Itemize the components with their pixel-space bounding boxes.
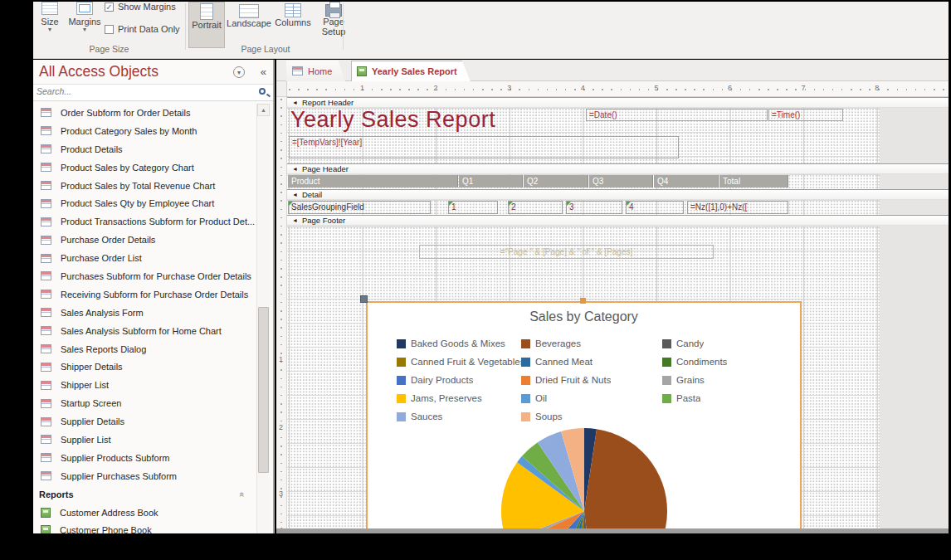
error-marker-icon: [627, 202, 631, 206]
collapse-group-icon[interactable]: «: [237, 492, 247, 497]
nav-item-label: Product Sales by Total Revenue Chart: [61, 181, 215, 191]
portrait-button[interactable]: Portrait: [188, 2, 225, 48]
ruler-number: 3: [279, 489, 283, 498]
legend-label: Pasta: [676, 393, 700, 403]
nav-item-label: Sales Reports Dialog: [61, 344, 146, 354]
chart-move-handle[interactable]: [360, 295, 368, 303]
scroll-thumb[interactable]: [258, 307, 269, 473]
margins-button[interactable]: Margins ▾: [66, 2, 103, 33]
show-margins-checkbox[interactable]: ✓ Show Margins: [105, 2, 176, 12]
nav-item-label: Shipper Details: [61, 362, 123, 372]
legend-label: Jams, Preserves: [411, 393, 482, 403]
page-setup-button[interactable]: Page Setup: [315, 2, 352, 48]
detail-field-q4[interactable]: 4: [626, 201, 684, 214]
legend-label: Beverages: [535, 338, 581, 348]
column-header-product[interactable]: Product: [288, 175, 458, 187]
print-data-only-label: Print Data Only: [118, 24, 180, 34]
access-design-view-screen: Size ▾ Margins ▾ ✓ Show Margins Print Da…: [0, 0, 951, 560]
landscape-label: Landscape: [227, 18, 271, 28]
form-icon: [41, 236, 51, 245]
nav-item-label: Customer Phone Book: [60, 525, 152, 533]
nav-group-reports[interactable]: Reports«: [33, 485, 273, 504]
detail-field-q1[interactable]: 1: [448, 201, 498, 214]
column-header-q1[interactable]: Q1: [459, 175, 523, 187]
time-textbox[interactable]: =Time(): [768, 109, 843, 121]
nav-item-form[interactable]: Sales Analysis Form: [33, 304, 273, 322]
section-bar-page-header[interactable]: ◄ Page Header: [287, 163, 949, 174]
nav-item-form[interactable]: Startup Screen: [33, 394, 273, 412]
nav-item-form[interactable]: Supplier Details: [33, 412, 273, 431]
nav-item-form[interactable]: Receiving Subform for Purchase Order Det…: [33, 285, 273, 304]
report-title-textbox[interactable]: Yearly Sales Report: [290, 107, 495, 133]
tempvars-year-textbox[interactable]: =[TempVars]![Year]: [289, 136, 679, 158]
checkbox-checked-icon: ✓: [105, 2, 114, 12]
page-header-band: ProductQ1Q2Q3Q4Total: [287, 174, 880, 189]
nav-item-form[interactable]: Product Details: [33, 140, 273, 158]
nav-item-form[interactable]: Supplier Purchases Subform: [33, 467, 273, 485]
detail-field-q3[interactable]: 3: [566, 201, 622, 214]
detail-field-grouping[interactable]: SalesGroupingField: [288, 201, 431, 214]
nav-item-label: Product Category Sales by Month: [61, 126, 197, 136]
landscape-button[interactable]: Landscape: [227, 2, 271, 48]
nav-item-form[interactable]: Shipper Details: [33, 358, 273, 376]
scroll-up-icon[interactable]: ▲: [257, 104, 270, 116]
nav-item-form[interactable]: Supplier Products Subform: [33, 449, 273, 467]
nav-list: Order Subform for Order DetailsProduct C…: [33, 104, 273, 533]
margins-icon: [76, 2, 93, 15]
nav-item-form[interactable]: Purchases Subform for Purchase Order Det…: [33, 267, 273, 285]
detail-field-total[interactable]: =Nz([1],0)+Nz([: [687, 201, 788, 214]
legend-item: Pasta: [662, 389, 788, 407]
legend-swatch: [521, 394, 530, 403]
shutter-bar-collapse-icon[interactable]: «: [261, 66, 266, 78]
form-icon: [41, 181, 51, 190]
form-icon: [292, 66, 303, 75]
chart-object[interactable]: Sales by Category Baked Goods & MixesBev…: [366, 301, 802, 533]
legend-label: Canned Meat: [535, 357, 593, 367]
page-number-textbox[interactable]: ="Page " & [Page] & " of " & [Pages]: [419, 245, 714, 259]
nav-item-form[interactable]: Shipper List: [33, 376, 273, 394]
nav-menu-chevron-icon[interactable]: ▾: [233, 66, 245, 78]
ruler-number: 2: [279, 423, 283, 431]
print-data-only-checkbox[interactable]: Print Data Only: [105, 24, 180, 34]
nav-item-form[interactable]: Product Sales by Category Chart: [33, 158, 273, 177]
column-header-q3[interactable]: Q3: [589, 175, 653, 187]
column-header-q2[interactable]: Q2: [524, 175, 588, 187]
nav-item-form[interactable]: Product Category Sales by Month: [33, 122, 273, 140]
legend-swatch: [397, 358, 406, 367]
nav-item-label: Startup Screen: [61, 398, 121, 408]
section-arrow-icon: ◄: [292, 192, 298, 197]
columns-button[interactable]: Columns: [274, 2, 312, 48]
tab-yearly-sales-report[interactable]: Yearly Sales Report: [351, 61, 471, 81]
nav-item-form[interactable]: Supplier List: [33, 431, 273, 449]
checkbox-unchecked-icon: [105, 25, 114, 34]
form-icon: [41, 453, 51, 462]
detail-field-q2[interactable]: 2: [508, 201, 563, 214]
search-input[interactable]: [37, 86, 244, 96]
chart-resize-handle[interactable]: [580, 298, 586, 304]
form-icon: [41, 163, 51, 172]
nav-item-report[interactable]: Customer Address Book: [33, 504, 273, 522]
search-icon[interactable]: [259, 88, 266, 95]
nav-item-form[interactable]: Product Sales Qty by Employee Chart: [33, 194, 273, 212]
nav-item-form[interactable]: Purchase Order Details: [33, 231, 273, 249]
section-arrow-icon: ◄: [292, 166, 298, 172]
nav-item-form[interactable]: Product Transactions Subform for Product…: [33, 212, 273, 231]
form-icon: [41, 435, 51, 444]
column-header-total[interactable]: Total: [719, 175, 788, 187]
nav-item-form[interactable]: Order Subform for Order Details: [33, 104, 273, 122]
section-bar-page-footer[interactable]: ◄ Page Footer: [287, 215, 949, 226]
nav-item-form[interactable]: Sales Analysis Subform for Home Chart: [33, 322, 273, 340]
tab-home[interactable]: Home: [286, 61, 345, 81]
error-marker-icon: [449, 202, 453, 206]
size-button[interactable]: Size ▾: [35, 2, 65, 33]
column-header-q4[interactable]: Q4: [654, 175, 719, 187]
nav-item-form[interactable]: Sales Reports Dialog: [33, 340, 273, 358]
page-setup-icon: [325, 4, 342, 17]
legend-item: Dairy Products: [397, 371, 521, 389]
date-textbox[interactable]: =Date(): [586, 109, 768, 121]
nav-scrollbar[interactable]: ▲: [256, 104, 270, 533]
nav-item-report[interactable]: Customer Phone Book: [33, 521, 273, 533]
section-bar-detail[interactable]: ◄ Detail: [287, 189, 949, 200]
nav-item-form[interactable]: Purchase Order List: [33, 249, 273, 267]
nav-item-form[interactable]: Product Sales by Total Revenue Chart: [33, 177, 273, 195]
